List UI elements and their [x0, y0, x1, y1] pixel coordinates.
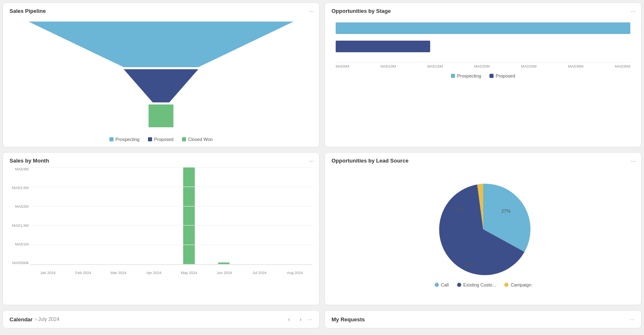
opportunities-by-stage-card: Opportunities by Stage ··· MAD5M MAD10M …: [324, 2, 642, 147]
sales-month-menu[interactable]: ···: [309, 158, 314, 165]
legend-call-label: Call: [441, 282, 449, 287]
pie-svg: 27% 46% 26%: [433, 180, 533, 279]
calendar-breadcrumb: › July 2024: [35, 316, 60, 322]
month-bars: [30, 167, 312, 265]
month-label-1: Feb 2024: [65, 271, 101, 275]
funnel-proposed: [124, 69, 199, 102]
month-label-5: Jun 2024: [207, 271, 242, 275]
xaxis-1: MAD10M: [380, 64, 396, 68]
legend-call-dot: [435, 283, 439, 287]
opp-bar-prospecting-fill: [336, 22, 630, 34]
month-col-5: [206, 167, 241, 265]
yaxis-0: MAD3M: [10, 167, 29, 171]
legend-proposed-dot: [148, 137, 152, 141]
pie-chart-container: 27% 46% 26% Call Existing Custo... Campa…: [332, 167, 634, 300]
month-label-7: Aug 2024: [277, 271, 312, 275]
pie-label-existing: 46%: [464, 262, 473, 267]
legend-campaign-label: Campaign: [511, 282, 531, 287]
legend-closed-won-dot: [182, 137, 186, 141]
opp-stage-xaxis: MAD5M MAD10M MAD15M MAD20M MAD25M MAD30M…: [336, 62, 630, 68]
legend-campaign: Campaign: [504, 282, 531, 287]
legend-call: Call: [435, 282, 449, 287]
opp-legend-proposed-label: Proposed: [496, 73, 515, 78]
month-label-6: Jul 2024: [242, 271, 277, 275]
xaxis-3: MAD20M: [474, 64, 490, 68]
legend-campaign-dot: [504, 283, 508, 287]
pie-label-call: 27%: [501, 209, 510, 214]
funnel-chart: [10, 17, 312, 134]
my-requests-menu[interactable]: ···: [629, 316, 634, 323]
month-col-2: [102, 167, 136, 265]
opp-lead-source-card: Opportunities by Lead Source ··· 27% 46%: [324, 152, 642, 305]
legend-proposed-label: Proposed: [154, 137, 174, 142]
legend-existing: Existing Custo...: [457, 282, 496, 287]
opp-bar-proposed-row: [336, 41, 630, 52]
opp-bar-proposed-fill: [336, 41, 430, 52]
yaxis-4: MAD1M: [10, 242, 29, 246]
legend-existing-dot: [457, 283, 461, 287]
sales-pipeline-menu[interactable]: ···: [309, 8, 314, 15]
legend-prospecting-dot: [109, 137, 114, 141]
yaxis-1: MAD2,5M: [10, 186, 29, 190]
xaxis-5: MAD30M: [568, 64, 583, 68]
sales-month-title: Sales by Month: [10, 158, 312, 164]
yaxis-3: MAD1,5M: [10, 223, 29, 228]
legend-prospecting-label: Prospecting: [116, 137, 140, 142]
month-col-6: [241, 167, 276, 265]
month-col-3: [136, 167, 171, 265]
month-bar-4: [183, 167, 195, 265]
month-bar-5: [218, 262, 230, 265]
opp-lead-legend: Call Existing Custo... Campaign: [435, 282, 532, 287]
opp-bar-prospecting-row: [336, 22, 630, 34]
yaxis-labels: MAD3M MAD2,5M MAD2M MAD1,5M MAD1M MAD500…: [10, 167, 29, 265]
opp-stage-legend: Prospecting Proposed: [332, 73, 634, 78]
sales-pipeline-title: Sales Pipeline: [10, 8, 312, 14]
opp-legend-proposed-dot: [489, 74, 494, 78]
opp-lead-menu[interactable]: ···: [631, 158, 636, 165]
yaxis-5: MAD500k: [10, 261, 29, 265]
month-label-2: Mar 2024: [101, 271, 136, 275]
sales-pipeline-legend: Prospecting Proposed Closed Won: [10, 137, 312, 142]
month-label-3: Apr 2024: [136, 271, 171, 275]
legend-closed-won-label: Closed Won: [188, 137, 213, 142]
dashboard: Sales Pipeline ··· Prospecting Proposed: [0, 0, 644, 331]
calendar-menu[interactable]: ···: [307, 316, 312, 323]
opp-stage-menu[interactable]: ···: [631, 8, 636, 15]
my-requests-card: My Requests ···: [324, 310, 642, 328]
bars-area: [30, 167, 312, 265]
calendar-prev-btn[interactable]: ‹: [284, 315, 293, 324]
opp-stage-chart: MAD5M MAD10M MAD15M MAD20M MAD25M MAD30M…: [332, 22, 634, 68]
yaxis-2: MAD2M: [10, 204, 29, 209]
opp-lead-title: Opportunities by Lead Source: [332, 158, 634, 164]
month-label-0: Jan 2024: [30, 271, 65, 275]
funnel-closed-won: [149, 104, 174, 127]
xaxis-2: MAD15M: [427, 64, 443, 68]
sales-by-month-card: Sales by Month ··· MAD3M MAD2,5M MAD2M M…: [2, 152, 320, 305]
pie-label-campaign: 26%: [454, 206, 463, 211]
opp-legend-proposed: Proposed: [489, 73, 515, 78]
xaxis-0: MAD5M: [336, 64, 349, 68]
opp-legend-prospecting: Prospecting: [451, 73, 481, 78]
calendar-nav: ‹ › ···: [284, 315, 312, 324]
opp-bar-prospecting-bg: [336, 22, 630, 34]
month-col-7: [276, 167, 311, 265]
month-labels: Jan 2024Feb 2024Mar 2024Apr 2024May 2024…: [30, 271, 312, 275]
legend-proposed: Proposed: [148, 137, 174, 142]
my-requests-title: My Requests: [332, 316, 365, 323]
xaxis-6: MAD35M: [615, 64, 630, 68]
xaxis-4: MAD25M: [521, 64, 537, 68]
opp-legend-prospecting-dot: [451, 74, 455, 78]
month-label-4: May 2024: [172, 271, 207, 275]
calendar-card: Calendar › July 2024 ‹ › ···: [2, 310, 320, 328]
funnel-prospecting: [29, 22, 294, 67]
opp-legend-prospecting-label: Prospecting: [457, 73, 481, 78]
month-col-1: [67, 167, 102, 265]
legend-existing-label: Existing Custo...: [463, 282, 496, 287]
sales-month-chart: MAD3M MAD2,5M MAD2M MAD1,5M MAD1M MAD500…: [10, 167, 312, 275]
calendar-next-btn[interactable]: ›: [296, 315, 305, 324]
legend-closed-won: Closed Won: [182, 137, 213, 142]
sales-pipeline-card: Sales Pipeline ··· Prospecting Proposed: [2, 2, 320, 147]
calendar-title: Calendar: [10, 316, 33, 323]
month-col-4: [172, 167, 206, 265]
opp-bar-proposed-bg: [336, 41, 630, 52]
